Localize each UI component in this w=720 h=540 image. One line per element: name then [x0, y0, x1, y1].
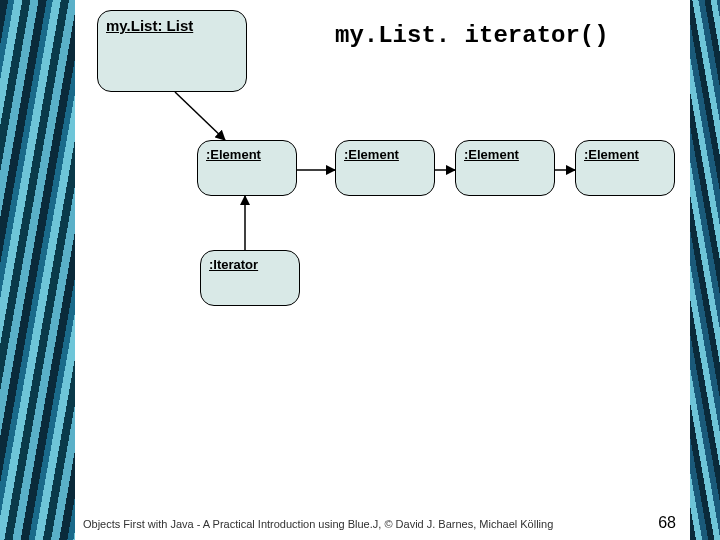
svg-line-0	[175, 92, 225, 140]
node-element-1-label: :Element	[206, 147, 261, 162]
slide-canvas: my.List. iterator() my.List: List :Eleme…	[75, 0, 690, 540]
node-element-4-label: :Element	[584, 147, 639, 162]
slide-title: my.List. iterator()	[335, 22, 609, 49]
node-list-label: my.List: List	[106, 17, 193, 34]
node-iterator-label: :Iterator	[209, 257, 258, 272]
node-element-2: :Element	[335, 140, 435, 196]
node-list: my.List: List	[97, 10, 247, 92]
node-iterator: :Iterator	[200, 250, 300, 306]
node-element-3-label: :Element	[464, 147, 519, 162]
decorative-feather-right	[690, 0, 720, 540]
footer-text: Objects First with Java - A Practical In…	[83, 518, 553, 530]
node-element-2-label: :Element	[344, 147, 399, 162]
node-element-3: :Element	[455, 140, 555, 196]
decorative-feather-left	[0, 0, 75, 540]
node-element-1: :Element	[197, 140, 297, 196]
node-element-4: :Element	[575, 140, 675, 196]
page-number: 68	[658, 514, 676, 532]
